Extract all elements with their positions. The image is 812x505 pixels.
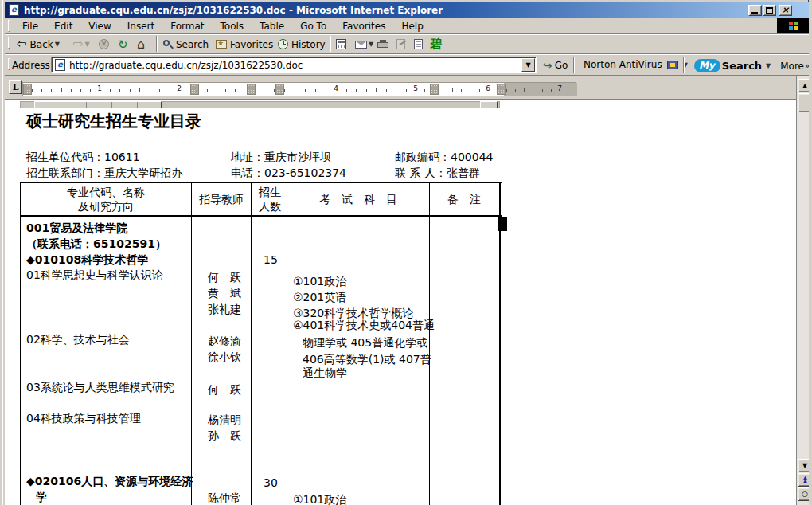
mail-button[interactable]: ▼ (353, 36, 375, 53)
home-button[interactable]: ⌂ (135, 36, 146, 53)
title-bar[interactable]: e http://graduate.cqu.edu.cn/zsjz/103162… (5, 2, 811, 18)
plugin-button-1[interactable] (334, 36, 348, 53)
table-column-marker[interactable] (497, 84, 506, 95)
maximize-button[interactable] (763, 5, 776, 16)
menu-item-view[interactable]: View (80, 19, 119, 33)
refresh-icon: ↻ (118, 37, 128, 52)
ruler-tick (424, 89, 425, 92)
ruler-tick (356, 89, 357, 92)
minimize-button[interactable] (748, 5, 762, 16)
ruler-tick (406, 89, 407, 92)
ruler-tick (119, 89, 120, 92)
search-button[interactable]: Search (162, 36, 210, 53)
mysearch-toolbar[interactable]: My Search ▼ More » (694, 59, 810, 72)
table-border-left (20, 182, 21, 505)
teacher-name: 孙 跃 (208, 429, 241, 443)
ruler-tick (244, 89, 244, 92)
table-column-marker[interactable] (275, 84, 284, 95)
th-major-line1: 专业代码、名称 (67, 186, 145, 199)
address-dropdown-button[interactable]: ▼ (521, 58, 535, 72)
tab-stop-selector[interactable]: L (9, 80, 22, 94)
menu-item-format[interactable]: Format (162, 19, 212, 33)
norton-antivirus-button[interactable]: Norton AntiVirus ▼ (584, 59, 688, 70)
menu-item-tools[interactable]: Tools (213, 19, 252, 33)
dept-phone: （联系电话：65102591） (26, 237, 166, 251)
stop-icon: ✕ (99, 39, 109, 49)
document-top-scrollbar-thumb[interactable] (480, 101, 498, 108)
view-button-divider (137, 102, 138, 108)
menu-items: FileEditViewInsertFormatToolsTableGo ToF… (14, 18, 431, 34)
major-010108: ◆010108科学技术哲学 (26, 253, 148, 267)
document-viewport[interactable]: 硕士研究生招生专业目录招生单位代码：10611地址：重庆市沙坪坝邮政编码：400… (5, 100, 796, 505)
more-button[interactable]: More (780, 61, 804, 72)
print-button[interactable] (376, 36, 391, 53)
back-button[interactable]: ⇦ Back▼ (15, 36, 61, 53)
info-contact-person: 联 系 人：张普群 (395, 166, 480, 180)
ruler-tick (110, 89, 111, 92)
forward-button[interactable]: ⇨ ▼ (72, 36, 92, 53)
address-input[interactable]: e http://graduate.cqu.edu.cn/zsjz/103162… (51, 57, 537, 73)
stop-button[interactable]: ✕ (97, 36, 111, 53)
ruler-tick (235, 89, 236, 92)
document-view-buttons[interactable] (34, 101, 162, 108)
ruler-tick (452, 88, 453, 92)
table-column-marker[interactable] (247, 84, 256, 95)
more-chevron-icon: » (805, 61, 810, 70)
ruler-tick (32, 89, 33, 92)
discuss-button[interactable] (412, 36, 424, 53)
menu-item-file[interactable]: File (14, 19, 46, 33)
toolbar-grip[interactable] (8, 37, 10, 49)
exam-subject-2: ②201英语 (293, 291, 346, 304)
menu-item-favorites[interactable]: Favorites (334, 19, 393, 33)
document-icon (414, 39, 423, 49)
ruler-tick (346, 89, 347, 92)
ie-page-icon: e (55, 59, 65, 71)
table-column-marker[interactable] (430, 84, 439, 95)
menu-item-insert[interactable]: Insert (119, 19, 162, 33)
forward-arrow-icon: ⇨ (73, 38, 84, 50)
ruler-tick (207, 89, 208, 92)
menu-grip[interactable] (8, 20, 10, 32)
address-url-text: http://graduate.cqu.edu.cn/zsjz/10316225… (69, 60, 303, 71)
favorites-button[interactable]: ★ Favorites (214, 36, 275, 53)
edit-button[interactable] (395, 36, 407, 53)
mysearch-dropdown-icon[interactable]: ▼ (766, 62, 771, 69)
ruler-tick (376, 88, 377, 92)
forward-dropdown-icon: ▼ (85, 41, 90, 48)
teacher-name: 黄 斌 (208, 287, 241, 300)
close-button[interactable]: × (779, 5, 792, 16)
ruler-tick (264, 89, 264, 92)
go-button[interactable]: ↪ Go (543, 59, 568, 72)
address-bar: Address e http://graduate.cqu.edu.cn/zsj… (5, 54, 811, 76)
menu-item-table[interactable]: Table (252, 19, 292, 33)
menu-item-help[interactable]: Help (393, 19, 431, 33)
horizontal-ruler[interactable]: 1234567 (22, 82, 576, 96)
scroll-up-button[interactable]: ▲ (798, 79, 812, 92)
plugin-button-2[interactable]: 碧 (428, 36, 443, 53)
mail-icon (355, 41, 367, 49)
ruler-tick (61, 88, 62, 92)
refresh-button[interactable]: ↻ (116, 36, 130, 53)
ruler-tick (217, 88, 217, 92)
scrollbar-thumb[interactable] (798, 93, 812, 112)
table-column-marker[interactable] (23, 84, 32, 95)
ruler-tick (170, 89, 170, 92)
vertical-scrollbar[interactable]: ▲ ▼ ▲▲ ○ (796, 76, 811, 505)
table-column-marker[interactable] (190, 84, 199, 95)
th-exams: 考 试 科 目 (319, 193, 397, 206)
scroll-down-button[interactable]: ▼ (798, 459, 812, 472)
back-dropdown-icon[interactable]: ▼ (55, 41, 60, 48)
edit-icon (396, 39, 405, 49)
ruler-tick (130, 89, 131, 92)
previous-page-button[interactable]: ▲▲ (798, 473, 812, 487)
menu-item-go-to[interactable]: Go To (292, 19, 334, 33)
select-browse-object-button[interactable]: ○ (798, 487, 812, 501)
mail-dropdown-icon[interactable]: ▼ (369, 41, 373, 48)
addressbar-grip[interactable] (8, 58, 10, 70)
history-button[interactable]: History (276, 36, 327, 53)
ruler-tick (443, 89, 443, 92)
menu-item-edit[interactable]: Edit (46, 19, 80, 33)
ruler-tick (51, 89, 52, 92)
mysearch-logo: My (694, 59, 720, 72)
info-address: 地址：重庆市沙坪坝 (231, 151, 331, 164)
